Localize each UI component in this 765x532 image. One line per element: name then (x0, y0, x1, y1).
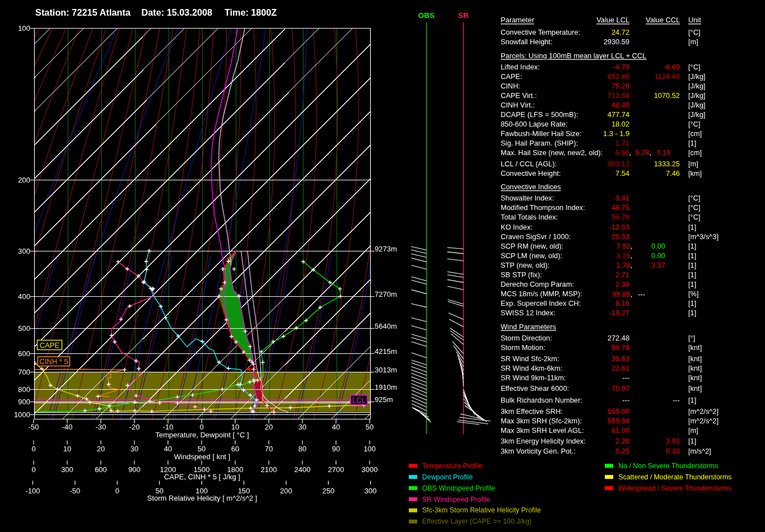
svg-text:Bulk Richardson Number:: Bulk Richardson Number: (501, 396, 582, 404)
svg-text:[m/s^2]: [m/s^2] (688, 447, 711, 455)
svg-text:900: 900 (128, 465, 141, 474)
svg-text:20: 20 (265, 423, 273, 431)
svg-text:1070.52: 1070.52 (654, 91, 680, 100)
svg-text:[°C]: [°C] (688, 28, 700, 36)
svg-text:0: 0 (31, 445, 35, 453)
svg-text:300: 300 (61, 465, 73, 474)
svg-text:2700: 2700 (328, 465, 344, 474)
svg-text:7.54: 7.54 (615, 169, 629, 178)
svg-text:Sfc-3km Storm Relative Helicit: Sfc-3km Storm Relative Helicity Profile (422, 506, 541, 514)
svg-text:-6.69: -6.69 (664, 63, 680, 71)
svg-text:100: 100 (18, 24, 30, 32)
svg-text:10: 10 (63, 445, 71, 453)
svg-text:[m]: [m] (688, 426, 698, 435)
svg-text:70: 70 (265, 445, 273, 453)
svg-text:SR Wind 4km-6km:: SR Wind 4km-6km: (501, 364, 562, 372)
svg-text:Sig. Hail Param. (SHIP):: Sig. Hail Param. (SHIP): (501, 139, 578, 147)
svg-text:Temperature Profile: Temperature Profile (422, 462, 483, 470)
svg-text:[J/kg]: [J/kg] (688, 101, 706, 109)
svg-text:903.12: 903.12 (608, 160, 629, 168)
svg-text:-3.41: -3.41 (613, 194, 629, 202)
svg-text:Storm Relative Helicity [ m^2: Storm Relative Helicity [ m^2/s^2 ] (147, 494, 257, 502)
svg-text:Convective Indices: Convective Indices (501, 183, 561, 191)
svg-text:Max 3km SRH Level AGL:: Max 3km SRH Level AGL: (501, 426, 584, 435)
svg-text:[1]: [1] (688, 437, 696, 445)
svg-text:18.02: 18.02 (612, 120, 629, 128)
svg-text:2.38: 2.38 (615, 280, 629, 288)
svg-text:40: 40 (332, 423, 340, 431)
svg-text:Windspeed [ knt ]: Windspeed [ knt ] (174, 452, 230, 461)
svg-text:[1]: [1] (688, 280, 696, 288)
svg-text:300: 300 (365, 487, 377, 495)
svg-text:477.74: 477.74 (608, 110, 629, 119)
svg-text:652.85: 652.85 (608, 72, 629, 81)
svg-text:2400: 2400 (295, 465, 311, 474)
svg-text:1.3 - 1.9: 1.3 - 1.9 (603, 129, 629, 138)
svg-text:SCP LM (new, old):: SCP LM (new, old): (501, 251, 562, 260)
svg-text:40: 40 (164, 445, 172, 453)
svg-text:---: --- (622, 396, 629, 404)
svg-text:[km]: [km] (688, 169, 702, 178)
svg-text:CAPE, CINH * 5 [ J/kg ]: CAPE, CINH * 5 [ J/kg ] (164, 473, 240, 481)
svg-text:22.61: 22.61 (612, 364, 629, 372)
svg-text:250: 250 (322, 487, 334, 495)
svg-text:48.75: 48.75 (612, 203, 629, 212)
svg-text:24.72: 24.72 (612, 28, 629, 36)
svg-text:SR Wind 9km-11km:: SR Wind 9km-11km: (501, 374, 566, 382)
svg-text:1000: 1000 (14, 410, 30, 419)
svg-text:[J/kg]: [J/kg] (688, 91, 706, 100)
svg-text:-12.03: -12.03 (609, 223, 629, 231)
svg-text:600: 600 (95, 465, 107, 474)
svg-text:CAPE Virt.:: CAPE Virt.: (501, 91, 537, 100)
svg-text:559.00: 559.00 (608, 407, 629, 416)
svg-text:[J/kg]: [J/kg] (688, 72, 706, 81)
svg-text:3013m: 3013m (375, 366, 397, 374)
svg-text:7.46: 7.46 (666, 169, 680, 178)
svg-text:Wind Parameters: Wind Parameters (501, 323, 556, 331)
svg-text:[m^2/s^2]: [m^2/s^2] (688, 407, 719, 416)
svg-text:[J/kg]: [J/kg] (688, 82, 706, 90)
svg-text:272.48: 272.48 (608, 334, 629, 342)
svg-text:80: 80 (298, 445, 306, 453)
svg-text:[1]: [1] (688, 299, 696, 307)
svg-text:850-600 Lapse Rate:: 850-600 Lapse Rate: (501, 120, 568, 128)
svg-text:[°C]: [°C] (688, 203, 700, 212)
svg-text:925m: 925m (375, 395, 393, 404)
svg-text:1333.25: 1333.25 (654, 160, 680, 168)
svg-text:4215m: 4215m (375, 347, 397, 356)
svg-text:90: 90 (332, 445, 340, 453)
svg-text:[°C]: [°C] (688, 213, 700, 221)
svg-text:Snowfall Height:: Snowfall Height: (501, 38, 552, 46)
svg-text:400: 400 (18, 292, 30, 301)
svg-text:[1]: [1] (688, 242, 696, 250)
svg-text:25.53: 25.53 (612, 232, 629, 241)
svg-text:OBS: OBS (418, 11, 435, 20)
svg-text:-20: -20 (129, 423, 140, 431)
svg-text:200: 200 (18, 176, 30, 184)
svg-text:50: 50 (198, 445, 206, 453)
svg-text:3000: 3000 (362, 465, 378, 474)
svg-text:[1]: [1] (688, 309, 696, 317)
svg-text:Exp. Supercell Index CH:: Exp. Supercell Index CH: (501, 299, 581, 307)
svg-text:LCL / CCL (AGL):: LCL / CCL (AGL): (501, 160, 557, 168)
svg-text:CAPE:: CAPE: (501, 72, 522, 81)
svg-text:-50: -50 (70, 487, 81, 495)
svg-text:-4.70: -4.70 (613, 63, 629, 71)
svg-text:[1]: [1] (688, 139, 696, 147)
svg-text:No / Non Severe Thunderstorms: No / Non Severe Thunderstorms (618, 462, 718, 470)
svg-text:[1]: [1] (688, 396, 696, 404)
svg-text:Unit: Unit (688, 16, 701, 24)
svg-text:Time: 1800Z: Time: 1800Z (225, 8, 277, 17)
svg-text:[cm]: [cm] (688, 148, 702, 157)
svg-text:[°C]: [°C] (688, 63, 700, 71)
svg-text:Widespread / Severe Thundersto: Widespread / Severe Thunderstorms (618, 484, 731, 492)
svg-text:3km Effective SRH:: 3km Effective SRH: (501, 407, 563, 416)
svg-text:CINH:: CINH: (501, 82, 520, 90)
svg-text:Modified Thompson Index:: Modified Thompson Index: (501, 203, 585, 212)
svg-text:5640m: 5640m (375, 322, 397, 330)
svg-text:[%]: [%] (688, 290, 699, 298)
svg-text:Max. Hail Size (new, new2, old: Max. Hail Size (new, new2, old): (501, 148, 603, 157)
svg-text:OBS Windspeed Profile: OBS Windspeed Profile (422, 484, 495, 492)
svg-text:Station: 72215 Atlanta: Station: 72215 Atlanta (35, 8, 130, 17)
svg-text:Parameter: Parameter (501, 16, 534, 24)
